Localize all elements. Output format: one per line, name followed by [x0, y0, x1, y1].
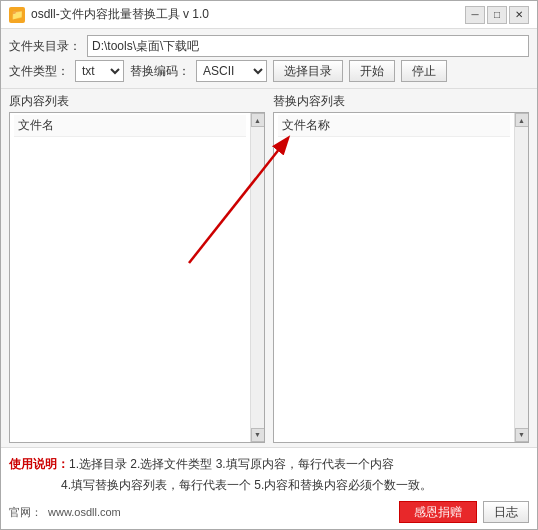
left-panel-title: 原内容列表 — [9, 93, 265, 110]
right-panel-content: 文件名称 ▲ ▼ — [273, 112, 529, 443]
left-scroll-down[interactable]: ▼ — [251, 428, 265, 442]
select-dir-button[interactable]: 选择目录 — [273, 60, 343, 82]
stop-button[interactable]: 停止 — [401, 60, 447, 82]
left-panel-header: 文件名 — [14, 115, 246, 137]
main-window: 📁 osdll-文件内容批量替换工具 v 1.0 ─ □ ✕ 文件夹目录： 文件… — [0, 0, 538, 530]
main-area: 原内容列表 文件名 ▲ ▼ — [1, 89, 537, 447]
instruction-line1: 1.选择目录 2.选择文件类型 3.填写原内容，每行代表一个内容 — [69, 457, 394, 471]
minimize-button[interactable]: ─ — [465, 6, 485, 24]
window-controls: ─ □ ✕ — [465, 6, 529, 24]
dir-input[interactable] — [87, 35, 529, 57]
toolbar-row2-wrapper: 文件类型： txt doc html xml 替换编码： ASCII UTF-8… — [1, 60, 537, 89]
maximize-button[interactable]: □ — [487, 6, 507, 24]
toolbar: 文件夹目录： — [1, 29, 537, 64]
left-scroll-up[interactable]: ▲ — [251, 113, 265, 127]
left-panel-content: 文件名 ▲ ▼ — [9, 112, 265, 443]
app-icon: 📁 — [9, 7, 25, 23]
start-button[interactable]: 开始 — [349, 60, 395, 82]
footer-instructions: 使用说明：1.选择目录 2.选择文件类型 3.填写原内容，每行代表一个内容 4.… — [9, 454, 529, 497]
window-title: osdll-文件内容批量替换工具 v 1.0 — [31, 6, 465, 23]
type-label: 文件类型： — [9, 63, 69, 80]
left-panel: 原内容列表 文件名 ▲ ▼ — [9, 93, 265, 443]
toolbar-row2: 文件类型： txt doc html xml 替换编码： ASCII UTF-8… — [9, 60, 447, 82]
website-url: www.osdll.com — [48, 506, 121, 518]
encoding-label: 替换编码： — [130, 63, 190, 80]
right-panel-body: 文件名称 — [274, 113, 514, 442]
dir-label: 文件夹目录： — [9, 38, 81, 55]
right-scrollbar[interactable]: ▲ ▼ — [514, 113, 528, 442]
right-scroll-up[interactable]: ▲ — [515, 113, 529, 127]
instruction-line2: 4.填写替换内容列表，每行代表一个 5.内容和替换内容必须个数一致。 — [9, 475, 432, 497]
title-bar: 📁 osdll-文件内容批量替换工具 v 1.0 ─ □ ✕ — [1, 1, 537, 29]
instruction-label: 使用说明： — [9, 457, 69, 471]
footer-bottom: 官网： www.osdll.com 感恩捐赠 日志 — [9, 501, 529, 523]
encoding-select[interactable]: ASCII UTF-8 GBK Unicode — [196, 60, 267, 82]
left-scrollbar[interactable]: ▲ ▼ — [250, 113, 264, 442]
log-button[interactable]: 日志 — [483, 501, 529, 523]
toolbar-row1: 文件夹目录： — [9, 35, 529, 57]
website-label: 官网： — [9, 505, 42, 520]
close-button[interactable]: ✕ — [509, 6, 529, 24]
file-type-select[interactable]: txt doc html xml — [75, 60, 124, 82]
right-panel-title: 替换内容列表 — [273, 93, 529, 110]
left-panel-body: 文件名 — [10, 113, 250, 442]
feedback-button[interactable]: 感恩捐赠 — [399, 501, 477, 523]
right-panel-header: 文件名称 — [278, 115, 510, 137]
footer: 使用说明：1.选择目录 2.选择文件类型 3.填写原内容，每行代表一个内容 4.… — [1, 447, 537, 529]
right-scroll-down[interactable]: ▼ — [515, 428, 529, 442]
right-panel: 替换内容列表 文件名称 ▲ ▼ — [273, 93, 529, 443]
